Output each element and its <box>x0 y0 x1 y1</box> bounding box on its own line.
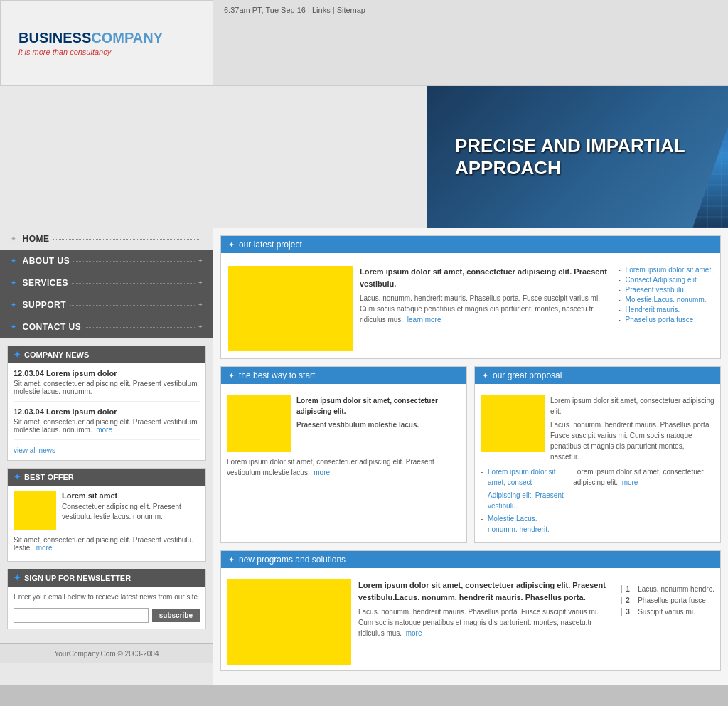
new-programs-list: 1 Lacus. nonumm hendre. 2 Phasellus port… <box>621 585 714 665</box>
newsletter-desc: Enter your email below to recieve latest… <box>14 592 200 602</box>
news-body-1: Sit amet, consectetuer adipiscing elit. … <box>14 380 200 395</box>
new-programs-icon: ✦ <box>228 555 235 565</box>
latest-project-image <box>228 266 353 351</box>
best-way-text: Lorem ipsum dolor sit amet, consectetuer… <box>296 395 461 452</box>
offer-title: Lorem sit amet <box>62 491 200 500</box>
main-layout: ✦ HOME ✦ ABOUT US + <box>0 228 728 685</box>
offer-icon: ✦ <box>14 472 21 482</box>
programs-list-item-3: 3 Suscipit varius mi. <box>621 608 714 616</box>
best-offer-body: Lorem sit amet Consectetuer adipiscing e… <box>8 486 205 561</box>
news-icon: ✦ <box>14 350 21 360</box>
great-proposal-image <box>481 395 545 452</box>
latest-project-text: Lorem ipsum dolor sit amet, consectetuer… <box>360 266 611 351</box>
topbar-sitemap-link[interactable]: Sitemap <box>337 6 365 14</box>
news-item-2: 12.03.04 Lorem ipsum dolor Sit amet, con… <box>14 407 200 440</box>
nav-item-support[interactable]: ✦ SUPPORT + <box>0 294 213 316</box>
offer-more-link[interactable]: more <box>36 544 53 552</box>
logo-company: COMPANY <box>91 30 163 46</box>
project-link-item: Hendrerit mauris. <box>619 306 713 314</box>
nav-arrow-icon: ✦ <box>11 279 17 287</box>
great-proposal-body: Lorem ipsum dolor sit amet, consectetuer… <box>475 390 720 542</box>
nav-arrow-icon: ✦ <box>11 235 17 242</box>
great-proposal-inner: Lorem ipsum dolor sit amet, consectetuer… <box>481 395 714 462</box>
logo-title: BUSINESSCOMPANY <box>18 30 195 46</box>
new-programs-image <box>227 579 351 665</box>
learn-more-link[interactable]: learn more <box>407 316 441 323</box>
best-way-body: Lorem ipsum dolor sit amet, consectetuer… <box>221 390 466 483</box>
best-way-header: ✦ the best way to start <box>221 367 466 384</box>
great-proposal-right-text: Lorem ipsum dolor sit amet, consectetuer… <box>573 466 714 537</box>
great-proposal-links: Lorem ipsum dolor sit amet, consect Adip… <box>481 466 567 537</box>
logo-tagline: it is more than consultancy <box>18 48 195 56</box>
project-intro: Lorem ipsum dolor sit amet, consectetuer… <box>360 266 611 289</box>
nav-arrow-icon: ✦ <box>11 257 17 264</box>
best-way-inner: Lorem ipsum dolor sit amet, consectetuer… <box>227 395 461 452</box>
project-link-item: Molestie.Lacus. nonumm. <box>619 296 713 304</box>
topbar-datetime: 6:37am PT, Tue Sep 16 <box>224 6 306 14</box>
nav-arrow-icon: ✦ <box>11 301 17 309</box>
nav-expand-icon: + <box>198 257 203 264</box>
new-programs-body: Lorem ipsum dolor sit amet, consectetuer… <box>221 574 720 670</box>
nav-item-about[interactable]: ✦ ABOUT US + <box>0 250 213 272</box>
nav-item-services[interactable]: ✦ SERVICES + <box>0 272 213 294</box>
company-news-section: ✦ COMPANY NEWS 12.03.04 Lorem ipsum dolo… <box>7 346 206 461</box>
great-proposal-title: our great proposal <box>493 370 562 380</box>
best-offer-text: Lorem sit amet Consectetuer adipiscing e… <box>62 491 200 530</box>
news-date-2: 12.03.04 Lorem ipsum dolor <box>14 407 200 416</box>
topbar-links-link[interactable]: Links <box>312 6 331 14</box>
proposal-link-item: Lorem ipsum dolor sit amet, consect <box>481 466 567 488</box>
great-proposal-body: Lacus. nonumm. hendrerit mauris. Phasell… <box>550 419 714 462</box>
great-proposal-text: Lorem ipsum dolor sit amet, consectetuer… <box>550 395 714 462</box>
best-offer-header: ✦ BEST OFFER <box>8 469 205 486</box>
news-item-1: 12.03.04 Lorem ipsum dolor Sit amet, con… <box>14 369 200 402</box>
best-way-body-bold: Praesent vestibulum molestie lacus. <box>296 419 461 430</box>
view-all-news-link[interactable]: view all news <box>14 446 55 454</box>
footer-copyright: YourCompany.Com © 2003-2004 <box>55 650 159 658</box>
great-proposal-icon: ✦ <box>482 371 488 380</box>
new-programs-text: Lorem ipsum dolor sit amet, consectetuer… <box>358 579 614 665</box>
newsletter-header: ✦ SIGN UP FOR NEWSLETTER <box>8 569 205 587</box>
subscribe-button[interactable]: subscribe <box>152 609 200 622</box>
programs-body: Lacus. nonumm. hendrerit mauris. Phasell… <box>358 606 614 638</box>
hero-text: PRECISE AND IMPARTIAL APPROACH <box>427 114 714 200</box>
best-way-intro: Lorem ipsum dolor sit amet, consectetuer… <box>296 395 461 417</box>
company-news-header: ✦ COMPANY NEWS <box>8 346 205 363</box>
programs-more-link[interactable]: more <box>406 629 422 637</box>
newsletter-body: Enter your email below to recieve latest… <box>8 587 205 629</box>
email-input[interactable] <box>14 608 149 623</box>
newsletter-form: subscribe <box>14 608 200 623</box>
proposal-link-item: Molestie.Lacus. nonumm. hendrerit. <box>481 513 567 535</box>
project-section-icon: ✦ <box>228 240 235 250</box>
nav-expand-icon: + <box>198 279 203 287</box>
sidebar-footer: YourCompany.Com © 2003-2004 <box>0 643 213 663</box>
best-way-image <box>227 395 291 452</box>
news-more-link[interactable]: more <box>96 426 112 434</box>
new-programs-header: ✦ new programs and solutions <box>221 551 720 568</box>
best-way-title: the best way to start <box>239 370 315 380</box>
nav-expand-icon: + <box>198 301 203 309</box>
offer-text: Consectetuer adipiscing elit. Praesent v… <box>62 502 200 522</box>
newsletter-section: ✦ SIGN UP FOR NEWSLETTER Enter your emai… <box>7 569 206 629</box>
sidebar: ✦ HOME ✦ ABOUT US + <box>0 228 213 685</box>
company-news-title: COMPANY NEWS <box>24 351 89 359</box>
latest-project-inner: Lorem ipsum dolor sit amet, consectetuer… <box>228 266 713 351</box>
top-bar: 6:37am PT, Tue Sep 16 | Links | Sitemap <box>213 0 728 85</box>
best-way-more-link[interactable]: more <box>314 469 330 476</box>
best-offer-title: BEST OFFER <box>24 473 74 481</box>
nav-expand-icon: + <box>198 323 203 331</box>
project-link-item: Praesent vestibulu. <box>619 286 713 294</box>
proposal-more-link[interactable]: more <box>622 478 638 486</box>
best-way-icon: ✦ <box>228 371 235 380</box>
great-proposal-header: ✦ our great proposal <box>475 367 720 384</box>
hero-banner: PRECISE AND IMPARTIAL APPROACH <box>427 86 728 228</box>
best-offer-section: ✦ BEST OFFER Lorem sit amet Consectetuer… <box>7 468 206 562</box>
latest-project-title: our latest project <box>239 240 302 250</box>
hero-heading: PRECISE AND IMPARTIAL APPROACH <box>455 135 685 179</box>
nav-item-home[interactable]: ✦ HOME <box>0 228 213 250</box>
project-link-item: Lorem ipsum dolor sit amet, <box>619 266 713 274</box>
new-programs-title: new programs and solutions <box>239 555 346 565</box>
latest-project-section: ✦ our latest project Lorem ipsum dolor s… <box>220 235 721 359</box>
nav-item-contact[interactable]: ✦ CONTACT US + <box>0 316 213 338</box>
newsletter-icon: ✦ <box>14 573 21 583</box>
nav-arrow-icon: ✦ <box>11 323 17 331</box>
